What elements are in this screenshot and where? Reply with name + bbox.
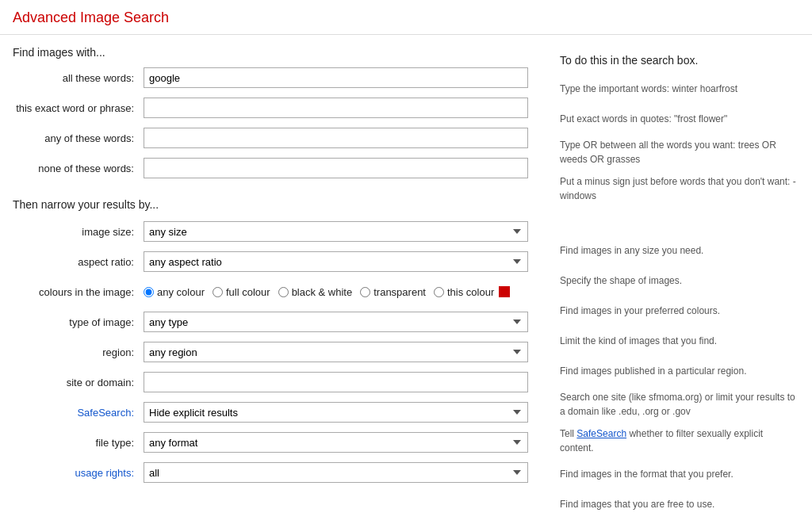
colour-transparent-radio[interactable] bbox=[360, 287, 370, 297]
colour-transparent[interactable]: transparent bbox=[360, 286, 426, 298]
colour-custom-radio[interactable] bbox=[434, 287, 444, 297]
safe-search-row: SafeSearch: Hide explicit results Show e… bbox=[13, 401, 528, 423]
exact-phrase-tip: Put exact words in quotes: "frost flower… bbox=[560, 108, 799, 130]
colours-label: colours in the image: bbox=[13, 286, 144, 298]
aspect-ratio-select[interactable]: any aspect ratio tall square wide panora… bbox=[144, 251, 528, 272]
site-domain-label: site or domain: bbox=[13, 377, 144, 388]
page-title: Advanced Image Search bbox=[0, 0, 812, 35]
none-words-tip: Put a minus sign just before words that … bbox=[560, 174, 799, 203]
usage-rights-link[interactable]: usage rights: bbox=[75, 467, 134, 479]
aspect-ratio-row: aspect ratio: any aspect ratio tall squa… bbox=[13, 251, 528, 273]
site-domain-input[interactable] bbox=[144, 372, 528, 392]
colour-any-radio[interactable] bbox=[144, 287, 154, 297]
exact-phrase-row: this exact word or phrase: bbox=[13, 97, 528, 119]
image-type-label: type of image: bbox=[13, 316, 144, 328]
colour-full-colour[interactable]: full colour bbox=[213, 286, 270, 298]
region-tip: Find images published in a particular re… bbox=[560, 360, 799, 382]
colour-options: any colour full colour black & white tra… bbox=[144, 286, 510, 298]
image-type-tip: Limit the kind of images that you find. bbox=[560, 330, 799, 352]
aspect-ratio-tip: Specify the shape of images. bbox=[560, 270, 799, 292]
all-these-words-label: all these words: bbox=[13, 72, 144, 84]
image-size-label: image size: bbox=[13, 226, 144, 238]
usage-rights-tip: Find images that you are free to use. bbox=[560, 493, 799, 515]
aspect-ratio-label: aspect ratio: bbox=[13, 256, 144, 268]
file-type-label: file type: bbox=[13, 437, 144, 449]
file-type-tip: Find images in the format that you prefe… bbox=[560, 463, 799, 485]
usage-rights-select[interactable]: all Creative Commons licenses commercial… bbox=[144, 462, 528, 483]
safe-search-tip: Tell SafeSearch whether to filter sexual… bbox=[560, 427, 799, 455]
none-words-row: none of these words: bbox=[13, 157, 528, 179]
safe-search-link[interactable]: SafeSearch: bbox=[77, 407, 134, 419]
image-type-row: type of image: any type face photo clip … bbox=[13, 311, 528, 333]
image-size-select[interactable]: any size large medium icon bbox=[144, 221, 528, 242]
all-these-words-row: all these words: bbox=[13, 67, 528, 89]
colour-swatch[interactable] bbox=[499, 286, 510, 297]
image-size-tip: Find images in any size you need. bbox=[560, 239, 799, 262]
colour-black-white[interactable]: black & white bbox=[278, 286, 353, 298]
colour-any-colour[interactable]: any colour bbox=[144, 286, 205, 298]
todo-header: To do this in the search box. bbox=[560, 43, 799, 67]
none-words-label: none of these words: bbox=[13, 163, 144, 174]
region-select[interactable]: any region bbox=[144, 342, 528, 362]
site-domain-row: site or domain: bbox=[13, 371, 528, 393]
colours-row: colours in the image: any colour full co… bbox=[13, 281, 528, 303]
usage-rights-label: usage rights: bbox=[13, 467, 144, 479]
find-header: Find images with... bbox=[13, 35, 528, 67]
any-words-label: any of these words: bbox=[13, 132, 144, 144]
none-words-input[interactable] bbox=[144, 158, 528, 178]
any-words-row: any of these words: bbox=[13, 127, 528, 149]
site-domain-tip: Search one site (like sfmoma.org) or lim… bbox=[560, 390, 799, 419]
all-words-tip: Type the important words: winter hoarfro… bbox=[560, 78, 799, 100]
colour-this-colour[interactable]: this colour bbox=[434, 286, 510, 298]
safe-search-tip-link[interactable]: SafeSearch bbox=[576, 428, 626, 439]
colour-bw-radio[interactable] bbox=[278, 287, 289, 297]
any-words-input[interactable] bbox=[144, 128, 528, 148]
any-words-tip: Type OR between all the words you want: … bbox=[560, 138, 799, 166]
file-type-row: file type: any format jpg gif png bmp sv… bbox=[13, 431, 528, 453]
exact-phrase-input[interactable] bbox=[144, 98, 528, 118]
safe-search-select[interactable]: Hide explicit results Show explicit resu… bbox=[144, 402, 528, 423]
narrow-header: Then narrow your results by... bbox=[13, 187, 528, 220]
file-type-select[interactable]: any format jpg gif png bmp svg webp ico … bbox=[144, 432, 528, 453]
image-size-row: image size: any size large medium icon bbox=[13, 220, 528, 243]
colours-tip: Find images in your preferred colours. bbox=[560, 300, 799, 322]
exact-phrase-label: this exact word or phrase: bbox=[13, 102, 144, 114]
region-label: region: bbox=[13, 346, 144, 358]
colour-full-radio[interactable] bbox=[213, 287, 223, 297]
region-row: region: any region bbox=[13, 341, 528, 363]
usage-rights-row: usage rights: all Creative Commons licen… bbox=[13, 461, 528, 484]
image-type-select[interactable]: any type face photo clip art line drawin… bbox=[144, 312, 528, 332]
all-these-words-input[interactable] bbox=[144, 67, 528, 88]
safe-search-label: SafeSearch: bbox=[13, 407, 144, 419]
